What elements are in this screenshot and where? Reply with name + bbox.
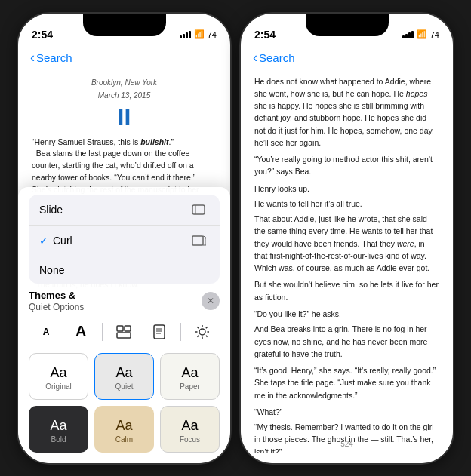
font-smaller-button[interactable]: A — [32, 321, 60, 342]
theme-original-aa: Aa — [50, 365, 66, 381]
svg-line-16 — [206, 335, 208, 336]
notch — [83, 14, 166, 36]
theme-paper-aa: Aa — [181, 365, 198, 381]
theme-original-name: Original — [45, 382, 71, 391]
slide-option-curl[interactable]: ✓ Curl — [29, 226, 220, 256]
themes-row: Themes & Quiet Options ✕ — [29, 290, 220, 312]
slide-option-none[interactable]: None — [29, 256, 220, 284]
layout-button[interactable] — [110, 321, 137, 342]
page-button[interactable] — [146, 321, 173, 342]
chapter-header: Brooklyn, New York March 13, 2015 II — [32, 77, 217, 129]
overlay-panel: Slide ✓ Curl None — [18, 187, 230, 463]
right-phone: 2:54 📶 74 ‹ S — [239, 12, 454, 465]
theme-bold-name: Bold — [51, 435, 66, 444]
theme-quiet[interactable]: Aa Quiet — [94, 353, 154, 400]
separator-2 — [180, 323, 181, 341]
wifi-icon-right: 📶 — [417, 29, 427, 39]
theme-focus-name: Focus — [180, 435, 200, 444]
curl-label: Curl — [48, 235, 188, 247]
slide-options-menu: Slide ✓ Curl None — [29, 195, 220, 284]
svg-line-15 — [197, 327, 199, 328]
back-button-left[interactable]: ‹ Search — [30, 50, 72, 66]
brightness-button[interactable] — [189, 321, 216, 342]
status-icons-right: 📶 74 — [402, 29, 439, 39]
slide-label: Slide — [39, 204, 188, 216]
book-content-right: He does not know what happened to Addie,… — [241, 69, 453, 453]
status-icons-left: 📶 74 — [180, 29, 217, 39]
svg-line-17 — [206, 327, 208, 328]
checkmark-icon: ✓ — [39, 235, 48, 247]
svg-rect-3 — [117, 326, 123, 331]
page-number: 524 — [241, 440, 453, 448]
format-toolbar: A A — [29, 317, 220, 347]
theme-grid: Aa Original Aa Quiet Aa Paper Aa Bold — [29, 353, 220, 453]
left-phone: 2:54 📶 74 ‹ S — [17, 12, 232, 465]
theme-calm-name: Calm — [115, 435, 133, 444]
font-larger-button[interactable]: A — [67, 321, 94, 342]
theme-paper-name: Paper — [180, 382, 200, 391]
slide-icon — [188, 202, 209, 217]
none-label: None — [39, 264, 209, 276]
time-right: 2:54 — [254, 29, 276, 41]
theme-bold[interactable]: Aa Bold — [29, 406, 88, 453]
wifi-icon: 📶 — [194, 29, 205, 39]
svg-rect-4 — [125, 326, 131, 331]
chapter-location: Brooklyn, New York — [32, 77, 217, 89]
theme-bold-aa: Aa — [50, 418, 66, 434]
svg-point-10 — [199, 329, 205, 335]
theme-calm[interactable]: Aa Calm — [94, 406, 154, 453]
close-button[interactable]: ✕ — [202, 292, 220, 310]
svg-rect-2 — [192, 236, 203, 245]
themes-label: Themes & Quiet Options — [29, 290, 84, 312]
back-label-left: Search — [36, 51, 72, 64]
theme-paper[interactable]: Aa Paper — [160, 353, 220, 400]
theme-calm-aa: Aa — [115, 418, 132, 434]
separator-1 — [102, 323, 103, 341]
back-label-right: Search — [259, 51, 295, 64]
theme-focus-aa: Aa — [181, 418, 198, 434]
chapter-number: II — [32, 105, 217, 129]
phones-container: 2:54 📶 74 ‹ S — [17, 12, 454, 465]
svg-rect-6 — [154, 325, 165, 339]
battery-icon-right: 74 — [430, 30, 439, 39]
svg-rect-5 — [117, 333, 131, 338]
notch-right — [306, 14, 389, 36]
svg-line-18 — [197, 335, 199, 336]
slide-option-slide[interactable]: Slide — [29, 195, 220, 226]
theme-original[interactable]: Aa Original — [29, 353, 88, 400]
chevron-left-icon: ‹ — [30, 50, 35, 66]
battery-icon-left: 74 — [208, 30, 217, 39]
nav-bar-left: ‹ Search — [18, 47, 230, 69]
theme-quiet-aa: Aa — [115, 365, 132, 381]
back-button-right[interactable]: ‹ Search — [253, 50, 295, 66]
chapter-date: March 13, 2015 — [32, 90, 217, 102]
nav-bar-right: ‹ Search — [241, 47, 453, 69]
theme-quiet-name: Quiet — [115, 382, 134, 391]
theme-focus[interactable]: Aa Focus — [160, 406, 220, 453]
signal-icon — [180, 31, 191, 38]
curl-icon — [188, 233, 209, 248]
signal-icon-right — [402, 31, 414, 38]
svg-rect-0 — [192, 205, 205, 214]
time-left: 2:54 — [32, 29, 53, 41]
chevron-left-icon-right: ‹ — [253, 50, 257, 66]
